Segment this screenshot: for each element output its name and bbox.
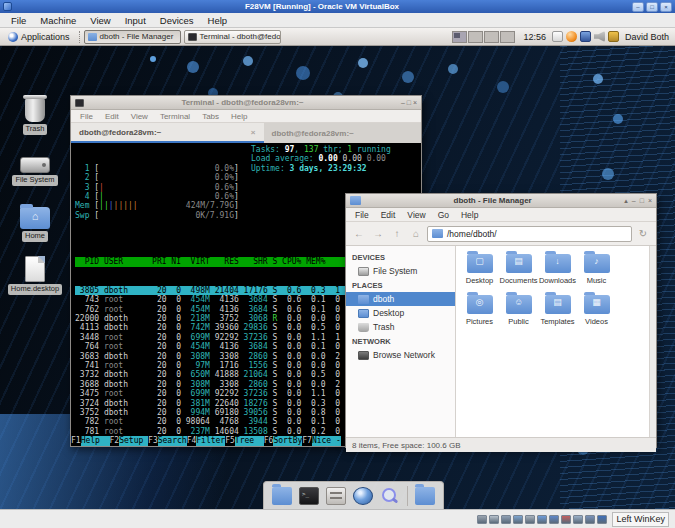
folder-documents[interactable]: ▤Documents [499,254,538,285]
folder-desktop[interactable]: ▢Desktop [460,254,499,285]
vbox-window-title: F28VM [Running] - Oracle VM VirtualBox [12,2,632,11]
workspace-4[interactable] [500,31,515,43]
fkey-f1[interactable]: F1 [71,436,81,446]
fkey-f4[interactable]: F4 [187,436,197,446]
shared-folder-icon[interactable] [537,515,547,524]
folder-videos[interactable]: ▦Videos [577,295,616,326]
tray-update-icon[interactable] [566,31,577,42]
cpu: 0.0 [277,314,301,323]
terminal-tab-1[interactable]: dboth@fedora28vm:~× [71,123,264,143]
dock-web-browser-icon[interactable] [353,487,373,505]
usb-icon[interactable] [525,515,535,524]
fkey-f7[interactable]: F7 [302,436,312,446]
audio-icon[interactable] [501,515,511,524]
dock-terminal-icon[interactable] [299,487,319,505]
dock-archive-icon[interactable] [326,487,346,505]
folder-music[interactable]: ♪Music [577,254,616,285]
panel-clock[interactable]: 12:56 [523,32,546,42]
fm-menu-edit[interactable]: Edit [375,210,402,220]
file-manager-window-buttons[interactable]: ▴–□× [624,197,652,205]
forward-button[interactable]: → [370,226,386,242]
user: root [104,427,147,436]
sidebar-item-dboth[interactable]: dboth [346,292,455,306]
folder-templates[interactable]: ▤Templates [538,295,577,326]
dock-folder-icon[interactable] [415,487,435,505]
folder-icon: ♪ [584,254,610,273]
applications-button[interactable]: Applications [3,31,75,43]
fm-menu-help[interactable]: Help [455,210,484,220]
terminal-menu-tabs[interactable]: Tabs [196,112,225,121]
shade-button[interactable]: ▴ [624,197,628,205]
sidebar-item-desktop[interactable]: Desktop [346,306,455,320]
res: 14604 [210,427,239,436]
tab-close-icon[interactable]: × [251,128,256,137]
close-button[interactable]: × [660,2,672,12]
up-button[interactable]: ↑ [389,226,405,242]
vbox-titlebar[interactable]: F28VM [Running] - Oracle VM VirtualBox –… [0,0,675,13]
folder-public[interactable]: ☺Public [499,295,538,326]
workspace-3[interactable] [484,31,499,43]
terminal-titlebar[interactable]: Terminal - dboth@fedora28vm:~ – □ × [71,96,421,110]
dock-file-manager-icon[interactable] [272,487,292,505]
feature-icon[interactable] [573,515,583,524]
desktop-icon-home-desktop[interactable]: Home.desktop [3,256,67,295]
tray-notes-icon[interactable] [552,31,563,42]
sidebar-item-browse-network[interactable]: Browse Network [346,348,455,362]
vbox-menu-help[interactable]: Help [201,15,235,26]
keyboard-icon[interactable] [597,515,607,524]
tray-network-icon[interactable] [608,31,619,42]
fkey-f5[interactable]: F5 [225,436,235,446]
close-button[interactable]: × [648,197,652,205]
desktop-icon-file-system[interactable]: File System [3,151,67,186]
terminal-menu-help[interactable]: Help [225,112,253,121]
home-button[interactable]: ⌂ [408,226,424,242]
panel-user-button[interactable]: David Both [625,32,672,42]
sidebar-item-trash[interactable]: Trash [346,320,455,334]
taskbar-button[interactable]: dboth - File Manager [84,30,181,44]
sidebar-item-file-system[interactable]: File System [346,264,455,278]
vbox-menu-machine[interactable]: Machine [33,15,83,26]
fkey-f2[interactable]: F2 [110,436,120,446]
fm-menu-view[interactable]: View [401,210,431,220]
display-icon[interactable] [549,515,559,524]
maximize-button[interactable]: □ [640,197,644,205]
maximize-button[interactable]: □ [646,2,658,12]
fkey-f3[interactable]: F3 [148,436,158,446]
optical-icon[interactable] [489,515,499,524]
minimize-button[interactable]: – [632,197,636,205]
terminal-tab-2[interactable]: dboth@fedora28vm:~ [264,123,422,143]
back-button[interactable]: ← [351,226,367,242]
desktop-icon-home[interactable]: Home [3,204,67,242]
folder-pictures[interactable]: ◎Pictures [460,295,499,326]
dock-search-icon[interactable] [380,487,400,505]
file-manager-titlebar[interactable]: dboth - File Manager ▴–□× [346,194,656,208]
fm-menu-go[interactable]: Go [432,210,455,220]
vbox-menu-file[interactable]: File [4,15,33,26]
path-bar[interactable]: /home/dboth/ [427,226,632,242]
tray-volume-icon[interactable] [594,31,605,42]
terminal-menu-file[interactable]: File [74,112,99,121]
network-icon[interactable] [513,515,523,524]
terminal-menu-view[interactable]: View [125,112,154,121]
fkey-f6[interactable]: F6 [264,436,274,446]
folder-downloads[interactable]: ↓Downloads [538,254,577,285]
terminal-window-buttons[interactable]: – □ × [401,99,417,106]
workspace-2[interactable] [468,31,483,43]
hdd-icon[interactable] [477,515,487,524]
terminal-menu-terminal[interactable]: Terminal [154,112,196,121]
minimize-button[interactable]: – [632,2,644,12]
htop-meter-3: 3 [| 0.6%] [75,183,421,192]
scrollbar[interactable] [649,246,656,437]
reload-icon[interactable]: ↻ [635,226,651,242]
workspace-1[interactable] [452,31,467,43]
desktop-icon-trash[interactable]: Trash [3,98,67,135]
taskbar-button[interactable]: Terminal - dboth@fedor... [184,30,281,44]
mouse-icon[interactable] [585,515,595,524]
vbox-menu-view[interactable]: View [83,15,117,26]
vbox-menu-devices[interactable]: Devices [153,15,201,26]
fm-menu-file[interactable]: File [349,210,375,220]
recording-icon[interactable] [561,515,571,524]
tray-display-icon[interactable] [580,31,591,42]
vbox-menu-input[interactable]: Input [118,15,153,26]
terminal-menu-edit[interactable]: Edit [99,112,125,121]
